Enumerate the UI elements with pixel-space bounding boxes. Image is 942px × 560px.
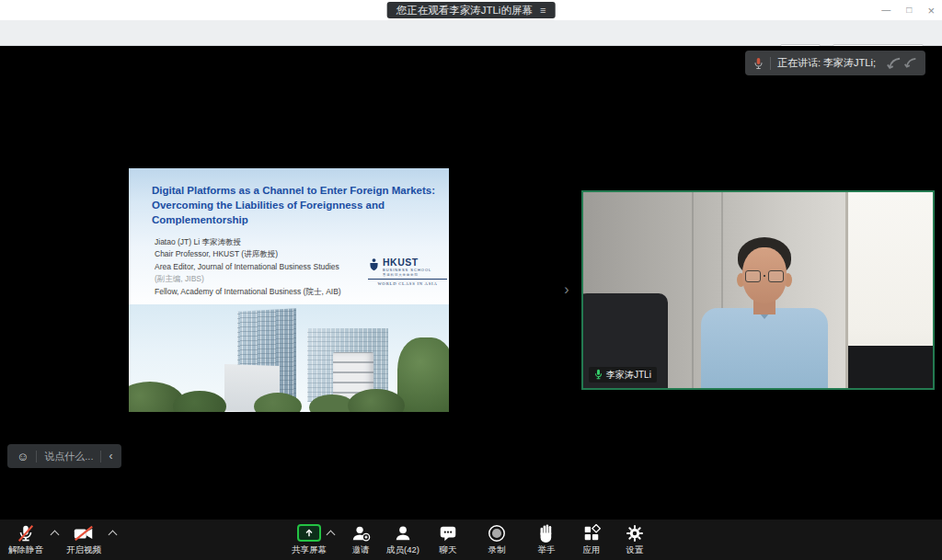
quick-chat-bubble: ☺ 说点什么... ‹ xyxy=(7,444,121,468)
start-video-button[interactable]: 开启视频 xyxy=(66,522,101,556)
wall-seam xyxy=(692,192,694,388)
hkust-logo-school: BUSINESS SCHOOL xyxy=(383,268,431,273)
slide-author-line: Area Editor, Journal of International Bu… xyxy=(155,261,385,273)
curved-arrow-icon xyxy=(903,56,917,69)
minimize-button[interactable]: — xyxy=(881,6,890,15)
shared-screen-slide: Digital Platforms as a Channel to Enter … xyxy=(129,168,449,412)
chat-bubble-icon xyxy=(438,522,458,543)
slide-author-line: Jiatao (JT) Li 李家涛教授 xyxy=(155,236,385,248)
share-screen-icon xyxy=(297,522,321,543)
video-name-tag: 李家涛JTLi xyxy=(589,367,657,383)
camera-muted-icon xyxy=(73,522,95,543)
slide-author-line: Fellow, Academy of International Busines… xyxy=(155,286,385,298)
apps-button[interactable]: 应用 xyxy=(582,522,601,556)
active-speaker-banner: 正在讲话: 李家涛JTLi; xyxy=(745,51,925,75)
meeting-toolbar: i 38:33 演讲者视图 xyxy=(0,20,942,46)
curved-arrow-icon xyxy=(886,56,902,70)
emoji-icon[interactable]: ☺ xyxy=(17,451,29,463)
close-button[interactable]: × xyxy=(927,5,935,17)
invite-person-icon xyxy=(350,522,371,543)
speaker-shirt xyxy=(701,308,828,390)
apps-grid-icon xyxy=(582,522,601,543)
screen-options-menu-icon[interactable]: ≡ xyxy=(540,5,546,16)
title-bar: 您正在观看李家涛JTLi的屏幕 ≡ — □ × xyxy=(0,0,942,20)
video-options-caret[interactable] xyxy=(109,531,118,540)
bottom-control-bar: 解除静音 开启视频 共享屏幕 xyxy=(0,520,942,560)
share-options-caret[interactable] xyxy=(327,531,336,540)
members-person-icon xyxy=(393,522,413,543)
hkust-logo-school-cn: 香港科技大学商学院 xyxy=(383,273,431,278)
chat-button[interactable]: 聊天 xyxy=(438,522,458,556)
viewing-screen-banner: 您正在观看李家涛JTLi的屏幕 ≡ xyxy=(387,2,556,18)
banner-arrows[interactable] xyxy=(886,56,917,70)
slide-author-line: Chair Professor, HKUST (讲席教授) xyxy=(155,248,385,260)
raise-hand-button[interactable]: 举手 xyxy=(538,522,556,556)
raise-hand-icon xyxy=(538,522,556,543)
gear-icon xyxy=(626,522,644,543)
record-icon xyxy=(487,522,507,543)
chat-input-placeholder[interactable]: 说点什么... xyxy=(44,450,93,463)
members-button[interactable]: 成员(42) xyxy=(386,522,419,556)
banner-divider xyxy=(770,57,771,70)
speaker-video-tile[interactable]: 李家涛JTLi xyxy=(581,190,935,390)
window-controls: — □ × xyxy=(881,0,935,20)
slide-title: Digital Platforms as a Channel to Enter … xyxy=(152,184,448,228)
hkust-logo: HKUST BUSINESS SCHOOL 香港科技大学商学院 WORLD CL… xyxy=(368,257,447,286)
speaker-name: 李家涛JTLi xyxy=(606,369,651,382)
office-desk xyxy=(848,346,933,388)
active-speaker-label: 正在讲话: 李家涛JTLi; xyxy=(777,56,876,70)
hkust-emblem-icon xyxy=(368,257,380,277)
unmute-button[interactable]: 解除静音 xyxy=(8,522,43,556)
slide-author-block: Jiatao (JT) Li 李家涛教授 Chair Professor, HK… xyxy=(155,236,385,298)
mic-muted-icon xyxy=(16,522,36,543)
maximize-button[interactable]: □ xyxy=(906,6,912,15)
speaker-mic-icon xyxy=(753,57,764,70)
hkust-logo-name: HKUST xyxy=(383,257,431,268)
share-screen-button[interactable]: 共享屏幕 xyxy=(292,522,327,556)
speaker-glasses xyxy=(745,269,784,282)
meeting-window: 您正在观看李家涛JTLi的屏幕 ≡ — □ × i 38:33 xyxy=(0,0,942,560)
bubble-collapse-chevron[interactable]: ‹ xyxy=(109,450,112,463)
campus-photo xyxy=(129,304,449,412)
hkust-logo-tagline: WORLD CLASS IN ASIA xyxy=(368,279,447,286)
settings-button[interactable]: 设置 xyxy=(626,522,644,556)
bubble-divider xyxy=(36,451,37,463)
video-panel-collapse-chevron[interactable]: › xyxy=(557,278,576,302)
unmuted-mic-icon xyxy=(594,367,603,383)
viewing-screen-title: 您正在观看李家涛JTLi的屏幕 xyxy=(396,4,533,17)
audio-options-caret[interactable] xyxy=(51,531,60,540)
invite-button[interactable]: 邀请 xyxy=(350,522,371,556)
record-button[interactable]: 录制 xyxy=(487,522,507,556)
slide-author-line: (副主编, JIBS) xyxy=(155,273,385,285)
bubble-divider xyxy=(100,451,101,463)
